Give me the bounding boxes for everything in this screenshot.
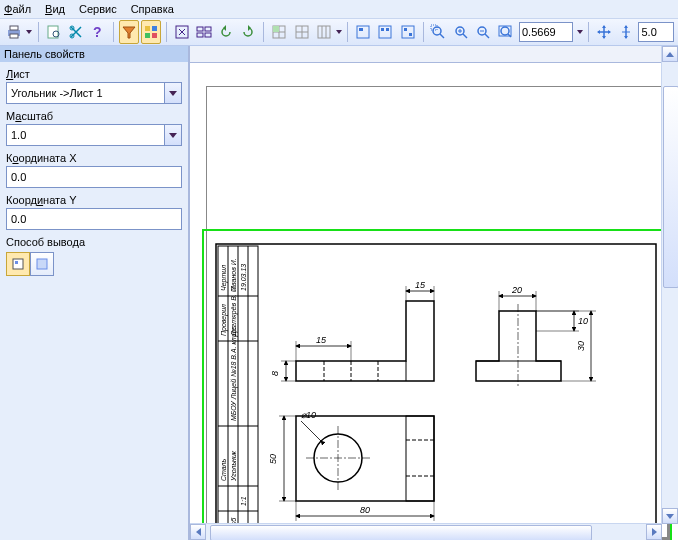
coord-x-input[interactable]: 0.0 [6,166,182,188]
svg-marker-55 [602,36,606,39]
svg-text:Угольник: Угольник [230,450,237,482]
svg-text:МБОУ Лицей №18 В.А. класс: МБОУ Лицей №18 В.А. класс [230,326,238,421]
output-mode-2[interactable] [30,252,54,276]
help-button[interactable]: ? [88,20,108,44]
svg-rect-28 [318,26,330,38]
svg-rect-4 [48,26,58,38]
scroll-up-button[interactable] [662,46,678,62]
output-mode-1[interactable] [6,252,30,276]
zoom-fit-button[interactable] [495,20,515,44]
zoom-region-button[interactable] [428,20,448,44]
scale-value: 1.0 [7,129,164,141]
svg-rect-64 [15,261,18,264]
svg-text:1:1: 1:1 [240,496,247,506]
vertical-scrollbar[interactable] [661,46,678,524]
rotate-ccw-button[interactable] [216,20,236,44]
svg-marker-53 [577,30,583,34]
svg-rect-120 [406,416,434,501]
svg-rect-35 [381,28,384,31]
svg-rect-1 [10,26,18,30]
svg-text:Сталь: Сталь [220,458,227,481]
zoom-in-button[interactable] [451,20,471,44]
sheet-combo[interactable]: Угольник ->Лист 1 [6,82,182,104]
svg-rect-17 [197,33,203,37]
layout1-button[interactable] [353,20,373,44]
grid1-button[interactable] [269,20,289,44]
svg-text:15: 15 [415,280,426,290]
svg-marker-135 [196,528,201,536]
scroll-down-button[interactable] [662,508,678,524]
pan-button[interactable] [594,20,614,44]
layout3-button[interactable] [397,20,417,44]
svg-text:⌀10: ⌀10 [301,410,316,420]
hscroll-thumb[interactable] [210,525,592,540]
print-button[interactable] [4,20,24,44]
svg-marker-136 [652,528,657,536]
grid2-button[interactable] [291,20,311,44]
svg-rect-34 [379,26,391,38]
scroll-left-button[interactable] [190,524,206,540]
menu-service[interactable]: Сервис [79,3,117,15]
svg-rect-33 [359,28,363,31]
svg-marker-19 [223,25,226,31]
grid-dropdown[interactable] [336,30,343,34]
svg-rect-13 [152,33,157,38]
svg-rect-2 [10,34,18,38]
rotate-cw-button[interactable] [238,20,258,44]
svg-text:30: 30 [576,341,586,351]
menu-help[interactable]: Справка [131,3,174,15]
svg-rect-16 [205,27,211,31]
zoom-out-button[interactable] [473,20,493,44]
svg-marker-59 [624,36,628,39]
grid3-button[interactable] [314,20,334,44]
horizontal-scrollbar[interactable] [190,523,662,540]
svg-marker-61 [169,91,177,96]
sheet-value: Угольник ->Лист 1 [7,87,164,99]
svg-marker-62 [169,133,177,138]
menu-file[interactable]: Файл [4,3,31,15]
zoom-value-input[interactable]: 0.5669 [519,22,573,42]
svg-rect-37 [402,26,414,38]
svg-text:Чертил: Чертил [220,265,228,291]
svg-rect-32 [357,26,369,38]
svg-marker-57 [608,30,611,34]
svg-point-50 [501,27,509,35]
svg-rect-10 [145,26,150,31]
vscroll-thumb[interactable] [663,86,678,288]
print-dropdown[interactable] [26,30,33,34]
svg-rect-66 [216,244,656,534]
scissors-button[interactable] [66,20,86,44]
scale-combo[interactable]: 1.0 [6,124,182,146]
svg-marker-31 [336,30,342,34]
svg-rect-15 [197,27,203,31]
svg-marker-9 [123,27,135,38]
filter-button[interactable] [119,20,139,44]
step-spinner[interactable]: 5.0 [638,22,674,42]
resize-button[interactable] [616,20,636,44]
svg-text:19.03.13: 19.03.13 [240,264,247,291]
svg-rect-36 [386,28,389,31]
svg-text:15: 15 [316,335,327,345]
layout2-button[interactable] [375,20,395,44]
zoom-dropdown[interactable] [577,30,584,34]
svg-text:Проверил: Проверил [220,304,228,336]
svg-rect-116 [296,416,434,501]
filter-options-button[interactable] [141,20,161,44]
svg-marker-54 [602,25,606,28]
coord-y-input[interactable]: 0.0 [6,208,182,230]
arrange-button[interactable] [194,20,214,44]
scroll-right-button[interactable] [646,524,662,540]
chevron-down-icon[interactable] [164,125,181,145]
svg-text:20: 20 [511,285,522,295]
chevron-down-icon[interactable] [164,83,181,103]
drawing-canvas[interactable]: Чертил Иванов И. 19.03.13 Проверил Дегтя… [189,46,678,540]
panel-title: Панель свойств [0,46,188,62]
fit-button[interactable] [172,20,192,44]
preview-button[interactable] [44,20,64,44]
svg-marker-58 [624,25,628,28]
coord-y-label: Координата Y [0,188,188,208]
svg-line-44 [463,34,467,38]
menu-view[interactable]: Вид [45,3,65,15]
svg-rect-18 [205,33,211,37]
svg-rect-24 [273,26,279,32]
